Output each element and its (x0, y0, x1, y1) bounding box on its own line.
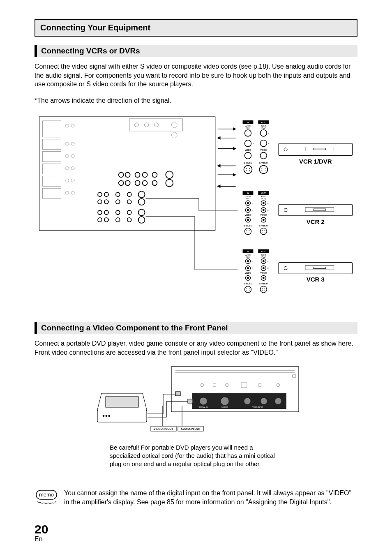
svg-point-83 (246, 171, 247, 171)
svg-point-42 (98, 200, 102, 204)
svg-point-80 (259, 166, 267, 174)
section1-title: Connecting VCRs or DVRs (41, 46, 353, 55)
svg-point-31 (119, 181, 124, 186)
svg-point-28 (143, 173, 148, 178)
label-vcr1-dvr: VCR 1/DVR (299, 158, 332, 165)
svg-point-25 (119, 173, 124, 178)
svg-text:VIDEO: VIDEO (245, 214, 251, 216)
svg-text:L: L (267, 261, 269, 263)
label-video-inout: VIDEO-IN/OUT (154, 427, 174, 430)
svg-point-44 (116, 200, 120, 204)
svg-text:VIDEO: VIDEO (261, 272, 267, 275)
svg-rect-199 (188, 399, 193, 403)
svg-point-15 (65, 179, 69, 182)
memo-text: You cannot assign the name of the digita… (64, 489, 357, 506)
svg-text:VIDEO: VIDEO (245, 272, 251, 275)
diagram-front-panel: DIGITAL IN S-VIDEO VIDEO INPUT VIDEO-IN/… (35, 365, 357, 434)
svg-point-106 (263, 202, 265, 204)
svg-point-8 (71, 124, 74, 127)
svg-point-51 (138, 209, 145, 216)
svg-point-39 (116, 193, 120, 197)
label-audio-inout: AUDIO-IN/OUT (181, 427, 201, 430)
svg-point-123 (247, 230, 247, 231)
svg-point-46 (138, 199, 145, 205)
svg-point-128 (265, 230, 265, 231)
svg-point-87 (261, 171, 262, 171)
svg-point-84 (249, 171, 250, 171)
section1-note: *The arrows indicate the direction of th… (35, 96, 357, 105)
svg-point-148 (263, 260, 265, 262)
section2-caution: Be careful! For portable DVD players you… (110, 443, 282, 469)
svg-point-48 (104, 210, 108, 215)
svg-point-121 (245, 228, 251, 235)
svg-point-182 (213, 383, 216, 387)
svg-text:memo: memo (39, 492, 54, 498)
svg-point-124 (249, 230, 250, 231)
svg-text:L: L (252, 202, 253, 204)
svg-point-88 (265, 171, 265, 171)
svg-text:(REC): (REC) (246, 256, 251, 258)
svg-rect-5 (43, 176, 61, 187)
label-vcr2: VCR 2 (307, 218, 325, 225)
svg-point-55 (127, 218, 131, 222)
svg-point-167 (247, 290, 247, 291)
svg-text:(REC): (REC) (246, 198, 251, 200)
svg-point-30 (166, 171, 173, 179)
svg-point-190 (244, 398, 251, 404)
svg-text:S-VIDEO: S-VIDEO (259, 162, 268, 164)
svg-text:R: R (267, 209, 269, 211)
label-vcr3: VCR 3 (307, 276, 325, 283)
svg-point-85 (261, 168, 262, 169)
svg-point-38 (104, 193, 108, 197)
svg-point-56 (138, 217, 145, 223)
svg-point-126 (249, 232, 250, 233)
svg-point-68 (260, 140, 267, 147)
svg-point-168 (249, 290, 250, 291)
section1-bar: Connecting VCRs or DVRs (35, 45, 357, 57)
svg-point-18 (71, 192, 74, 195)
svg-point-189 (221, 397, 229, 405)
svg-text:OUT: OUT (261, 193, 266, 195)
svg-text:(PLAY): (PLAY) (261, 127, 266, 129)
svg-point-195 (103, 415, 104, 417)
svg-point-76 (260, 152, 267, 159)
svg-text:(REC): (REC) (246, 127, 251, 129)
svg-point-40 (127, 193, 131, 197)
svg-point-105 (247, 202, 249, 204)
svg-point-65 (245, 130, 251, 136)
svg-text:OUT: OUT (261, 122, 266, 124)
svg-point-35 (152, 181, 157, 186)
svg-point-33 (135, 181, 140, 186)
svg-text:S-VIDEO: S-VIDEO (259, 283, 268, 285)
svg-point-41 (138, 192, 145, 198)
svg-point-171 (262, 290, 263, 291)
svg-text:L: L (252, 261, 253, 263)
svg-point-52 (98, 218, 102, 222)
svg-point-82 (249, 168, 250, 169)
label-s-video: S-VIDEO (221, 406, 228, 408)
section2-bar: Connecting a Video Component to the Fron… (35, 322, 357, 334)
svg-point-47 (98, 210, 102, 215)
svg-point-13 (65, 167, 69, 170)
svg-text:S-VIDEO: S-VIDEO (259, 225, 268, 227)
svg-point-29 (152, 173, 157, 178)
svg-point-37 (98, 193, 102, 197)
svg-point-188 (200, 397, 207, 405)
svg-point-127 (262, 230, 263, 231)
svg-point-197 (108, 415, 110, 417)
svg-point-107 (247, 209, 249, 211)
svg-text:VIDEO: VIDEO (261, 214, 267, 216)
svg-point-191 (261, 398, 267, 404)
svg-point-34 (143, 181, 148, 186)
svg-point-26 (125, 173, 130, 178)
svg-rect-2 (43, 139, 61, 150)
svg-point-45 (127, 200, 131, 204)
svg-point-67 (245, 140, 251, 147)
svg-text:IN: IN (247, 193, 249, 195)
svg-rect-193 (97, 410, 147, 422)
svg-text:R: R (267, 268, 269, 270)
label-video-input: VIDEO INPUT (252, 406, 263, 408)
svg-point-79 (244, 166, 252, 174)
svg-point-122 (260, 228, 267, 235)
svg-point-130 (265, 232, 265, 233)
